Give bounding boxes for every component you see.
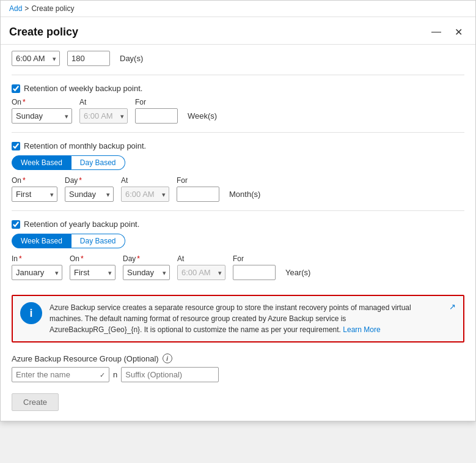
yearly-retention-label: Retention of yearly backup point.	[24, 220, 139, 229]
monthly-day-col: Day* Sunday Monday Tuesday	[65, 176, 114, 202]
yearly-toggle-group: Week Based Day Based	[12, 234, 464, 248]
title-actions: — ✕	[428, 23, 467, 40]
weekly-retention-checkbox-label[interactable]: Retention of weekly backup point.	[12, 84, 464, 93]
yearly-week-based-btn[interactable]: Week Based	[12, 234, 71, 248]
yearly-in-select[interactable]: January February March	[12, 265, 62, 280]
weekly-retention-section: Retention of weekly backup point. On* Su…	[12, 78, 464, 130]
weekly-for-col: For 12	[135, 98, 178, 124]
close-button[interactable]: ✕	[450, 23, 467, 40]
content-area: 6:00 AM 180 Day(s) Retention of weekly b…	[1, 45, 475, 421]
weekly-for-label: For	[135, 98, 178, 106]
monthly-at-select[interactable]: 6:00 AM	[121, 187, 169, 202]
resource-group-label: Azure Backup Resource Group (Optional)	[12, 354, 159, 363]
yearly-retention-checkbox[interactable]	[12, 220, 20, 229]
yearly-for-input[interactable]: 10	[233, 265, 276, 280]
yearly-for-label: For	[233, 254, 276, 263]
monthly-day-based-btn[interactable]: Day Based	[71, 155, 125, 170]
yearly-day-select[interactable]: Sunday Monday	[123, 265, 170, 280]
monthly-at-label: At	[121, 176, 169, 185]
monthly-week-based-btn[interactable]: Week Based	[12, 155, 71, 170]
monthly-retention-checkbox-label[interactable]: Retention of monthly backup point.	[12, 141, 464, 150]
weekly-on-col: On* Sunday Monday Tuesday Wednesday Thur…	[12, 98, 72, 124]
yearly-on-label: On*	[70, 254, 115, 263]
weekly-retention-checkbox[interactable]	[12, 84, 20, 93]
info-box: i Azure Backup service creates a separat…	[12, 295, 464, 343]
monthly-retention-fields: On* First Second Third Fourth Last	[12, 176, 464, 202]
top-unit-label: Day(s)	[120, 54, 143, 63]
breadcrumb-sep: >	[24, 4, 29, 13]
yearly-retention-section: Retention of yearly backup point. Week B…	[12, 213, 464, 286]
resource-group-name-wrap	[12, 367, 109, 382]
resource-group-inputs: n	[12, 367, 464, 382]
monthly-retention-checkbox[interactable]	[12, 142, 20, 150]
yearly-at-label: At	[177, 254, 225, 263]
breadcrumb: Add > Create policy	[1, 1, 475, 17]
top-days-input[interactable]: 180	[67, 51, 110, 66]
title-bar: Create policy — ✕	[1, 17, 475, 45]
monthly-at-col: At 6:00 AM	[121, 176, 169, 202]
yearly-on-select[interactable]: First Second Third	[70, 265, 115, 280]
monthly-day-select[interactable]: Sunday Monday Tuesday	[65, 187, 114, 202]
yearly-for-col: For 10	[233, 254, 276, 280]
resource-group-name-input[interactable]	[12, 367, 109, 382]
yearly-unit-label: Year(s)	[285, 268, 310, 277]
yearly-in-col: In* January February March	[12, 254, 62, 280]
top-partial-fields: 6:00 AM 180 Day(s)	[12, 51, 464, 66]
monthly-for-label: For	[177, 176, 219, 185]
breadcrumb-add[interactable]: Add	[9, 4, 22, 13]
monthly-day-label: Day*	[65, 176, 114, 185]
monthly-retention-label: Retention of monthly backup point.	[24, 141, 146, 150]
monthly-for-input[interactable]: 60	[177, 187, 219, 202]
yearly-on-col: On* First Second Third	[70, 254, 115, 280]
weekly-at-col: At 6:00 AM	[79, 98, 128, 124]
yearly-day-label: Day*	[123, 254, 170, 263]
yearly-retention-checkbox-label[interactable]: Retention of yearly backup point.	[12, 220, 464, 229]
top-time-select[interactable]: 6:00 AM	[12, 51, 60, 66]
resource-group-label-row: Azure Backup Resource Group (Optional) i	[12, 354, 464, 363]
weekly-on-select[interactable]: Sunday Monday Tuesday Wednesday Thursday…	[12, 108, 72, 124]
yearly-at-col: At 6:00 AM	[177, 254, 225, 280]
yearly-day-col: Day* Sunday Monday	[123, 254, 170, 280]
resource-group-section: Azure Backup Resource Group (Optional) i…	[12, 349, 464, 388]
minimize-button[interactable]: —	[428, 23, 445, 40]
yearly-at-select[interactable]: 6:00 AM	[177, 265, 225, 280]
monthly-unit-label: Month(s)	[229, 190, 260, 199]
n-label: n	[113, 370, 117, 379]
breadcrumb-current: Create policy	[31, 4, 74, 13]
weekly-retention-fields: On* Sunday Monday Tuesday Wednesday Thur…	[12, 98, 464, 124]
learn-more-link[interactable]: Learn More	[343, 325, 380, 334]
monthly-on-label: On*	[12, 176, 57, 185]
yearly-in-label: In*	[12, 254, 62, 263]
monthly-on-col: On* First Second Third Fourth Last	[12, 176, 57, 202]
external-link-icon[interactable]: ↗	[449, 302, 456, 311]
create-policy-window: Add > Create policy Create policy — ✕ 6:…	[0, 0, 476, 421]
create-button[interactable]: Create	[12, 393, 59, 411]
weekly-unit-label: Week(s)	[188, 111, 217, 120]
monthly-retention-section: Retention of monthly backup point. Week …	[12, 135, 464, 208]
monthly-toggle-group: Week Based Day Based	[12, 155, 464, 170]
info-icon: i	[20, 302, 42, 324]
monthly-on-select[interactable]: First Second Third Fourth Last	[12, 187, 57, 202]
info-text-content: Azure Backup service creates a separate …	[49, 302, 439, 335]
yearly-day-based-btn[interactable]: Day Based	[71, 234, 125, 248]
page-title: Create policy	[9, 26, 78, 39]
yearly-retention-fields: In* January February March On*	[12, 254, 464, 280]
top-days-field: 180	[67, 51, 110, 66]
weekly-for-input[interactable]: 12	[135, 108, 178, 124]
monthly-for-col: For 60	[177, 176, 219, 202]
resource-group-suffix-input[interactable]	[121, 367, 219, 382]
weekly-retention-label: Retention of weekly backup point.	[24, 84, 142, 93]
weekly-at-select[interactable]: 6:00 AM	[79, 108, 128, 124]
weekly-at-label: At	[79, 98, 128, 106]
top-time-field: 6:00 AM	[12, 51, 60, 66]
weekly-on-label: On*	[12, 98, 72, 106]
resource-group-info-icon[interactable]: i	[163, 354, 172, 363]
top-partial-section: 6:00 AM 180 Day(s)	[12, 45, 464, 72]
